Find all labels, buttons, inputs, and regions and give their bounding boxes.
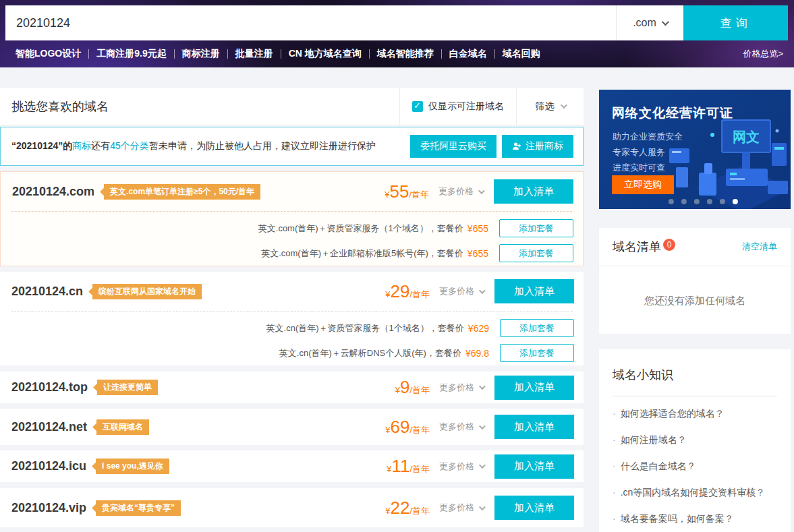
clear-cart-link[interactable]: 清空清单 (742, 241, 777, 253)
nav-item-business-reg[interactable]: 工商注册9.9元起 (89, 48, 173, 60)
carousel-dot[interactable] (707, 199, 712, 204)
carousel-dot[interactable] (669, 199, 674, 204)
only-available-label: 仅显示可注册域名 (428, 100, 504, 113)
more-price-dropdown[interactable]: 更多价格 (439, 502, 484, 514)
chevron-down-icon (479, 504, 486, 510)
package-price: ¥655 (467, 223, 488, 234)
package-price: ¥629 (468, 323, 489, 334)
promo-banner[interactable]: 网文 网络文化经营许可证 助力企业资质安全 专家专人服务 进度实时可查 立即选购 (599, 90, 791, 209)
add-to-cart-button[interactable]: 加入清单 (494, 376, 574, 400)
chevron-down-icon (479, 423, 486, 430)
tld-select[interactable]: .com (616, 5, 683, 40)
bullet-icon: · (613, 487, 616, 498)
promo-badge: 贵宾域名“尊贵专享” (96, 500, 181, 516)
classes-link[interactable]: 45个分类 (110, 140, 149, 151)
price-value: 29 (390, 281, 409, 301)
add-package-button[interactable]: 添加套餐 (499, 219, 573, 237)
tips-link[interactable]: ·什么是白金域名？ (613, 461, 777, 473)
more-price-dropdown[interactable]: 更多价格 (439, 285, 484, 297)
carousel-dot-active[interactable] (733, 199, 738, 204)
banner-line: 进度实时可查 (613, 160, 683, 175)
price: ¥29/首年 (385, 281, 430, 302)
more-price-label: 更多价格 (438, 185, 474, 198)
add-package-button[interactable]: 添加套餐 (500, 344, 574, 362)
filter-dropdown[interactable]: 筛选 (516, 88, 584, 125)
cart-count-badge: 0 (663, 239, 675, 251)
add-to-cart-button[interactable]: 加入清单 (494, 415, 574, 439)
search-button[interactable]: 查询 (683, 5, 788, 40)
domain-name: 20210124.cn (11, 285, 83, 299)
price: ¥9/首年 (395, 377, 430, 398)
add-to-cart-button[interactable]: 加入清单 (494, 179, 573, 204)
domain-row: 20210124.com 英文.com单笔订单注册≥5个，50元/首年 ¥55/… (1, 172, 583, 211)
tips-link-label: .cn等国内域名如何提交资料审核？ (621, 487, 766, 499)
package-row: 英文.cn(首年)＋资质管家服务（1个域名），套餐价 ¥629 添加套餐 (0, 316, 584, 341)
trademark-notice-box: “20210124”的商标还有45个分类暂未申请，为防止被他人占用，建议立即注册… (0, 127, 584, 166)
filter-label: 筛选 (536, 100, 555, 113)
nav-item-platinum-domain[interactable]: 白金域名 (442, 48, 494, 60)
more-price-dropdown[interactable]: 更多价格 (438, 185, 483, 198)
nav-item-trademark-reg[interactable]: 商标注册 (175, 48, 227, 60)
add-to-cart-button[interactable]: 加入清单 (494, 454, 574, 479)
package-description: 英文.cn(首年)＋云解析DNS个人版(年)，套餐价 (279, 347, 461, 359)
banner-subtitle: 助力企业资质安全 专家专人服务 进度实时可查 (613, 129, 683, 175)
more-price-dropdown[interactable]: 更多价格 (439, 382, 484, 394)
banner-title: 网络文化经营许可证 (612, 105, 733, 122)
promo-badge: I see you,遇见你 (96, 459, 169, 474)
domain-tips-panel: 域名小知识 ·如何选择适合您的域名？ ·如何注册域名？ ·什么是白金域名？ ·.… (599, 349, 791, 532)
domain-row: 20210124.cn 缤纷互联网从国家域名开始 ¥29/首年 更多价格 加入清… (0, 272, 584, 311)
add-package-button[interactable]: 添加套餐 (499, 244, 573, 262)
register-trademark-button[interactable]: 注册商标 (502, 135, 573, 158)
tips-link[interactable]: ·如何注册域名？ (613, 434, 777, 446)
nav-item-domain-buyback[interactable]: 域名回购 (495, 48, 548, 60)
tips-link-label: 如何注册域名？ (621, 434, 687, 446)
buy-via-aliyun-button[interactable]: 委托阿里云购买 (410, 135, 497, 158)
price-unit: /首年 (409, 289, 430, 299)
price-unit: /首年 (409, 385, 430, 395)
package-description: 英文.cn(首年)＋资质管家服务（1个域名），套餐价 (266, 322, 464, 334)
add-to-cart-button[interactable]: 加入清单 (494, 279, 574, 303)
package-row: 英文.com(首年)＋资质管家服务（1个域名），套餐价 ¥655 添加套餐 (1, 216, 583, 241)
tips-link[interactable]: ·如何选择适合您的域名？ (613, 408, 777, 420)
chevron-down-icon (478, 187, 485, 194)
domain-result-column: 挑选您喜欢的域名 仅显示可注册域名 筛选 “20210124”的商标还有45个分… (0, 88, 584, 527)
add-to-cart-button[interactable]: 加入清单 (494, 496, 574, 520)
more-price-dropdown[interactable]: 更多价格 (439, 461, 484, 473)
person-plus-icon (512, 142, 521, 151)
bullet-icon: · (613, 461, 616, 472)
banner-cta-button[interactable]: 立即选购 (612, 175, 674, 194)
price-value: 55 (389, 181, 409, 202)
carousel-dot[interactable] (681, 199, 687, 204)
price: ¥22/首年 (385, 498, 430, 519)
nav-item-smart-recommend[interactable]: 域名智能推荐 (370, 48, 441, 60)
tips-link[interactable]: ·域名要备案吗，如何备案？ (613, 513, 777, 525)
top-header-background: .com 查询 智能LOGO设计 工商注册9.9元起 商标注册 批量注册 CN … (0, 0, 794, 67)
nav-item-batch-reg[interactable]: 批量注册 (228, 48, 281, 60)
banner-illustration: 网文 (669, 108, 791, 209)
more-price-dropdown[interactable]: 更多价格 (439, 421, 484, 433)
secondary-nav: 智能LOGO设计 工商注册9.9元起 商标注册 批量注册 CN 地方域名查询 域… (0, 40, 794, 67)
domain-block-cn: 20210124.cn 缤纷互联网从国家域名开始 ¥29/首年 更多价格 加入清… (0, 272, 584, 365)
nav-item-logo-design[interactable]: 智能LOGO设计 (8, 48, 88, 60)
price-value: 69 (390, 417, 409, 437)
tld-selected-value: .com (633, 17, 656, 29)
only-available-toggle[interactable]: 仅显示可注册域名 (399, 88, 516, 125)
promo-badge: 互联网域名 (96, 419, 149, 435)
price: ¥69/首年 (385, 417, 430, 438)
search-input[interactable] (5, 5, 616, 40)
currency-symbol: ¥ (395, 385, 400, 395)
nav-item-cn-local-query[interactable]: CN 地方域名查询 (281, 48, 369, 60)
add-package-button[interactable]: 添加套餐 (500, 319, 574, 337)
tips-link[interactable]: ·.cn等国内域名如何提交资料审核？ (613, 487, 777, 499)
trademark-link[interactable]: 商标 (72, 140, 91, 151)
chevron-down-icon (662, 18, 669, 26)
chevron-down-icon (479, 383, 486, 390)
carousel-dot[interactable] (694, 199, 700, 204)
price-overview-link[interactable]: 价格总览> (743, 48, 786, 60)
domain-name: 20210124.com (12, 185, 94, 199)
carousel-dot[interactable] (720, 199, 725, 204)
chevron-down-icon (479, 287, 486, 294)
domain-row-net: 20210124.net 互联网域名 ¥69/首年 更多价格 加入清单 (0, 409, 584, 445)
checked-checkbox-icon[interactable] (412, 101, 423, 112)
package-price: ¥655 (467, 248, 488, 259)
